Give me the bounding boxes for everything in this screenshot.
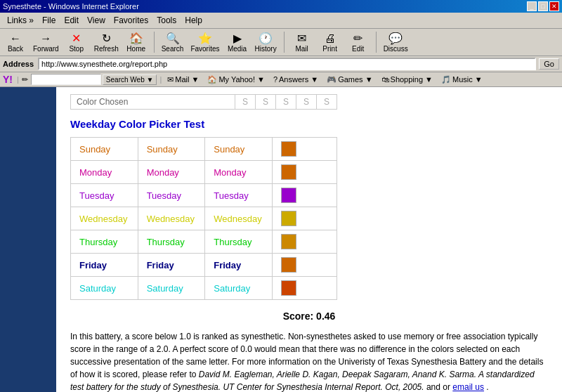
- menu-tools[interactable]: Tools: [152, 14, 181, 27]
- search-button[interactable]: 🔍 Search: [159, 31, 186, 53]
- minimize-button[interactable]: _: [527, 1, 537, 11]
- sunday-col1: Sunday: [71, 138, 138, 161]
- answers-icon: ?: [273, 75, 277, 84]
- friday-col3: Friday: [205, 254, 273, 277]
- maximize-button[interactable]: □: [538, 1, 548, 11]
- header-s3: S: [276, 95, 296, 109]
- menu-edit[interactable]: Edit: [60, 14, 83, 27]
- table-row: Tuesday Tuesday Tuesday: [71, 184, 337, 207]
- yahoo-separator2: |: [159, 75, 162, 84]
- period: .: [486, 382, 488, 392]
- title-bar-buttons: _ □ ✕: [527, 1, 559, 11]
- forward-button[interactable]: → Forward: [31, 32, 61, 53]
- menu-links[interactable]: Links »: [3, 14, 38, 27]
- menu-view[interactable]: View: [83, 14, 110, 27]
- title-bar: Synesthete - Windows Internet Explorer _…: [0, 0, 562, 13]
- yahoo-mail-item[interactable]: ✉ Mail ▼: [164, 74, 202, 85]
- header-color-label: Color Chosen: [71, 95, 235, 109]
- discuss-button[interactable]: 💬 Discuss: [381, 31, 410, 53]
- favorites-icon: ⭐: [198, 32, 212, 45]
- main-content: Color Chosen S S S S S Weekday Color Pic…: [56, 87, 562, 392]
- mail-button[interactable]: ✉ Mail: [289, 31, 315, 53]
- thursday-col3: Thursday: [205, 230, 273, 254]
- email-link[interactable]: email us: [452, 382, 484, 392]
- friday-col2: Friday: [138, 254, 205, 277]
- edit-button[interactable]: ✏ Edit: [346, 31, 371, 53]
- browser-frame: Synesthete - Windows Internet Explorer _…: [0, 0, 562, 392]
- media-icon: ▶: [233, 32, 242, 45]
- tuesday-swatch-cell: [272, 184, 336, 207]
- table-row: Thursday Thursday Thursday: [71, 230, 337, 254]
- address-label: Address: [3, 60, 34, 68]
- games-icon: 🎮: [327, 75, 336, 84]
- header-partial: Color Chosen S S S S S: [70, 94, 337, 110]
- forward-label: Forward: [33, 45, 59, 53]
- page-content: Color Chosen S S S S S Weekday Color Pic…: [0, 87, 562, 392]
- table-row: Monday Monday Monday: [71, 161, 337, 184]
- edit-label: Edit: [352, 45, 364, 53]
- address-bar: Address Go: [0, 56, 562, 72]
- header-s2: S: [256, 95, 276, 109]
- close-button[interactable]: ✕: [549, 1, 559, 11]
- menu-bar: Links » File Edit View Favorites Tools H…: [0, 13, 562, 29]
- sunday-col3: Sunday: [205, 138, 273, 161]
- yahoo-answers-item[interactable]: ? Answers ▼: [270, 74, 321, 84]
- sunday-col2: Sunday: [138, 138, 205, 161]
- saturday-col3: Saturday: [205, 277, 273, 300]
- yahoo-logo: Y!: [3, 74, 13, 85]
- address-input[interactable]: [38, 58, 536, 70]
- menu-favorites[interactable]: Favorites: [110, 14, 152, 27]
- stop-icon: ✕: [72, 32, 81, 45]
- score-line: Score: 0.46: [70, 311, 548, 322]
- table-row: Saturday Saturday Saturday: [71, 277, 337, 300]
- left-sidebar: [0, 87, 56, 392]
- section-title: Weekday Color Picker Test: [70, 118, 548, 130]
- description: In this battery, a score below 1.0 is ra…: [70, 330, 548, 392]
- citation-and: and or: [426, 382, 452, 392]
- tuesday-swatch: [281, 188, 296, 203]
- history-button[interactable]: 🕐 History: [253, 31, 279, 53]
- tuesday-col1: Tuesday: [71, 184, 138, 207]
- favorites-button[interactable]: ⭐ Favorites: [188, 31, 221, 53]
- search-label: Search: [162, 45, 184, 53]
- edit-icon-yahoo: ✏: [22, 75, 28, 84]
- friday-col1: Friday: [71, 254, 138, 277]
- yahoo-shopping-item[interactable]: 🛍 Shopping ▼: [379, 74, 436, 84]
- shopping-icon: 🛍: [381, 75, 389, 84]
- table-row: Friday Friday Friday: [71, 254, 337, 277]
- refresh-icon: ↻: [102, 32, 111, 45]
- search-icon: 🔍: [166, 32, 180, 45]
- home-icon: 🏠: [129, 32, 143, 45]
- go-button[interactable]: Go: [539, 58, 559, 70]
- menu-file[interactable]: File: [38, 14, 60, 27]
- back-button[interactable]: ← Back: [3, 32, 28, 53]
- history-label: History: [255, 45, 277, 53]
- print-button[interactable]: 🖨 Print: [318, 32, 343, 53]
- forward-icon: →: [40, 32, 51, 45]
- monday-swatch-cell: [272, 161, 336, 184]
- yahoo-search-input[interactable]: [31, 74, 101, 85]
- yahoo-myyahoo-item[interactable]: 🏠 My Yahoo! ▼: [204, 74, 268, 85]
- menu-help[interactable]: Help: [181, 14, 207, 27]
- wednesday-col2: Wednesday: [138, 207, 205, 230]
- stop-button[interactable]: ✕ Stop: [64, 31, 89, 53]
- thursday-swatch: [281, 234, 296, 249]
- myyahoo-icon: 🏠: [207, 75, 217, 84]
- home-label: Home: [126, 45, 145, 53]
- home-button[interactable]: 🏠 Home: [124, 31, 149, 53]
- thursday-col2: Thursday: [138, 230, 205, 254]
- yahoo-games-item[interactable]: 🎮 Games ▼: [324, 74, 375, 85]
- yahoo-music-item[interactable]: 🎵 Music ▼: [438, 74, 485, 85]
- title-bar-text: Synesthete - Windows Internet Explorer: [3, 2, 139, 11]
- weekday-table: Sunday Sunday Sunday Monday Monday Monda…: [70, 137, 337, 300]
- history-icon: 🕐: [259, 32, 273, 45]
- saturday-col2: Saturday: [138, 277, 205, 300]
- wednesday-swatch-cell: [272, 207, 336, 230]
- header-s1: S: [235, 95, 256, 109]
- thursday-col1: Thursday: [71, 230, 138, 254]
- mail-icon-yahoo: ✉: [167, 75, 174, 84]
- search-web-button[interactable]: Search Web ▼: [103, 74, 157, 85]
- media-button[interactable]: ▶ Media: [225, 31, 250, 53]
- refresh-button[interactable]: ↻ Refresh: [92, 31, 121, 53]
- table-row: Wednesday Wednesday Wednesday: [71, 207, 337, 230]
